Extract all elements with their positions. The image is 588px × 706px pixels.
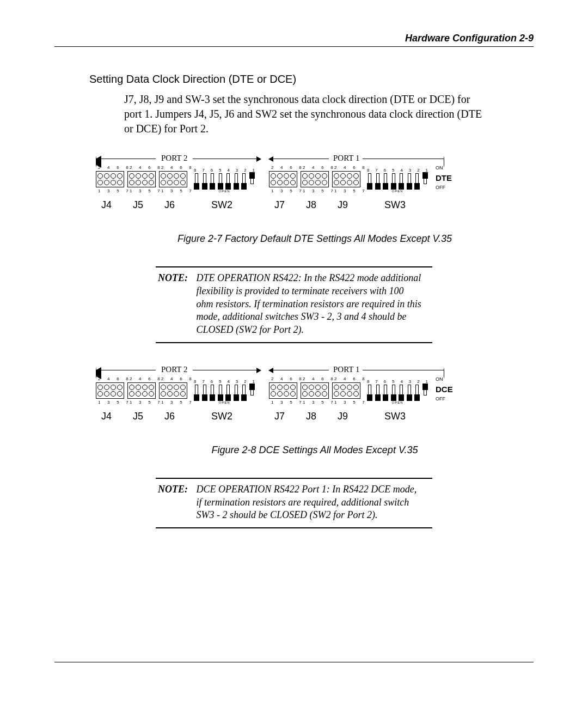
fig1-side-labels: ON DTE OFF (436, 166, 452, 190)
sw3-label: SW3 (384, 199, 406, 211)
fig2-dip-sw3: 87654321 OPEN (367, 379, 428, 401)
sw2-label: SW2 (211, 199, 232, 211)
fig2-jumper-j5 (127, 382, 156, 399)
section-title: Setting Data Clock Direction (DTE or DCE… (89, 73, 534, 86)
fig2-port2-label: PORT 2 (161, 365, 187, 374)
jumper-j6 (159, 171, 187, 187)
fig2-dip-sw2: 87654321 OPEN (194, 379, 255, 401)
running-header: Hardware Configuration 2-9 (54, 33, 534, 47)
fig2-jumper-j6 (159, 382, 187, 399)
jumper-j5 (127, 171, 156, 187)
note-dce-rs422: NOTE: DCE OPERATION RS422 Port 1: In RS4… (156, 478, 432, 528)
j9-label: J9 (338, 199, 348, 211)
port1-label: PORT 1 (333, 154, 359, 163)
j4-label: J4 (101, 199, 112, 211)
note-dte-rs422: NOTE: DTE OPERATION RS422: In the RS422 … (156, 266, 432, 343)
footer-rule (54, 662, 534, 662)
note2-text: DCE OPERATION RS422 Port 1: In RS422 DCE… (197, 483, 422, 522)
fig2-jumper-j4 (96, 382, 124, 399)
j4-bot-nums: 1 3 5 7 (98, 188, 131, 193)
j5-label: J5 (133, 199, 143, 211)
j7-label: J7 (274, 199, 285, 211)
dip-sw2: 87654321 OPEN (194, 168, 255, 190)
figure-2-8-caption: Figure 2-8 DCE Settings All Modes Except… (96, 445, 534, 456)
port2-label: PORT 2 (161, 154, 187, 163)
j6-label: J6 (164, 199, 175, 211)
j4-top-nums: 2 4 6 8 (98, 165, 131, 170)
note1-text: DTE OPERATION RS422: In the RS422 mode a… (197, 272, 422, 337)
fig2-side-labels: ON DCE OFF (436, 377, 453, 401)
jumper-j9 (332, 171, 360, 187)
note1-label: NOTE: (158, 272, 194, 285)
fig2-port1-label: PORT 1 (333, 365, 359, 374)
dip-sw3: 87654321 OPEN (367, 168, 428, 190)
fig2-jumper-j7 (269, 382, 297, 399)
fig2-jumper-j9 (332, 382, 360, 399)
j8-label: J8 (306, 199, 316, 211)
fig2-jumper-j8 (301, 382, 329, 399)
jumper-j4 (96, 171, 124, 187)
jumper-j8 (301, 171, 329, 187)
figure-2-7-caption: Figure 2-7 Factory Default DTE Settings … (96, 233, 534, 245)
jumper-j7 (269, 171, 297, 187)
note2-label: NOTE: (158, 483, 194, 496)
figure-2-8: PORT 2 PORT 1 2 4 6 8 1 3 5 7 J4 2 4 6 8… (96, 363, 534, 456)
figure-2-7: PORT 2 PORT 1 2 4 6 8 1 3 5 7 J4 2 4 6 8… (96, 151, 534, 245)
section-paragraph: J7, J8, J9 and SW-3 set the synchronous … (124, 92, 483, 136)
